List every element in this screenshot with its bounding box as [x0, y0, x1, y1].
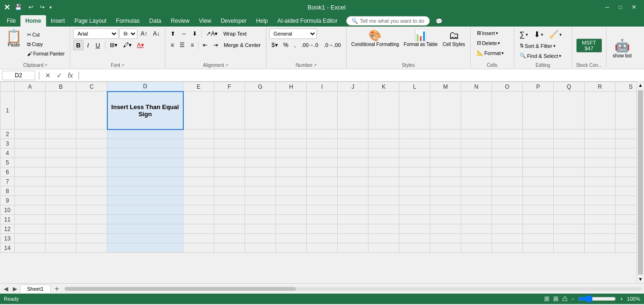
close-button[interactable]: ✕: [628, 3, 640, 11]
cell-E6[interactable]: [183, 167, 214, 177]
cell-F13[interactable]: [214, 234, 245, 243]
cell-A9[interactable]: [15, 196, 46, 205]
cell-G2[interactable]: [245, 129, 276, 139]
cell-P3[interactable]: [523, 139, 554, 148]
cell-D7[interactable]: [107, 177, 183, 186]
cell-E7[interactable]: [183, 177, 214, 186]
cell-P9[interactable]: [523, 196, 554, 205]
cell-L2[interactable]: [399, 129, 430, 139]
cell-E14[interactable]: [183, 243, 214, 253]
tab-insert[interactable]: Insert: [46, 15, 70, 27]
cell-N5[interactable]: [461, 158, 492, 167]
comma-button[interactable]: ,: [292, 40, 298, 50]
col-header-J[interactable]: J: [338, 82, 369, 92]
cell-N11[interactable]: [461, 215, 492, 224]
cell-F8[interactable]: [214, 186, 245, 196]
cell-M13[interactable]: [430, 234, 461, 243]
number-format-select[interactable]: General: [269, 28, 317, 39]
cell-K13[interactable]: [369, 234, 399, 243]
cell-J1[interactable]: [338, 92, 369, 129]
cell-O5[interactable]: [492, 158, 523, 167]
wrap-text-button[interactable]: Wrap Text: [221, 28, 249, 39]
cell-E4[interactable]: [183, 148, 214, 158]
cell-G7[interactable]: [245, 177, 276, 186]
show-bot-button[interactable]: 🤖 show bot: [613, 28, 632, 68]
cell-O4[interactable]: [492, 148, 523, 158]
cell-N9[interactable]: [461, 196, 492, 205]
cell-F11[interactable]: [214, 215, 245, 224]
col-header-H[interactable]: H: [276, 82, 307, 92]
cell-A3[interactable]: [15, 139, 46, 148]
clipboard-expand-icon[interactable]: ↗: [44, 63, 47, 67]
row-num-14[interactable]: 14: [0, 243, 15, 253]
horizontal-scrollbar[interactable]: [65, 286, 642, 292]
cell-K8[interactable]: [369, 186, 399, 196]
cell-R2[interactable]: [585, 129, 616, 139]
row-num-5[interactable]: 5: [0, 158, 15, 167]
cell-Q8[interactable]: [554, 186, 585, 196]
tab-ai-formula[interactable]: AI-aided Formula Editor: [273, 15, 342, 27]
accounting-button[interactable]: $▾: [269, 40, 280, 50]
cell-D8[interactable]: [107, 186, 183, 196]
view-normal-button[interactable]: 囲: [544, 296, 549, 303]
row-num-8[interactable]: 8: [0, 186, 15, 196]
cell-I5[interactable]: [307, 158, 338, 167]
cell-S13[interactable]: [616, 234, 637, 243]
cell-G8[interactable]: [245, 186, 276, 196]
tab-help[interactable]: Help: [251, 15, 273, 27]
cell-A10[interactable]: [15, 205, 46, 215]
tab-review[interactable]: Review: [166, 15, 194, 27]
cell-C9[interactable]: [76, 196, 107, 205]
cell-A13[interactable]: [15, 234, 46, 243]
cell-J9[interactable]: [338, 196, 369, 205]
cell-J3[interactable]: [338, 139, 369, 148]
cell-B13[interactable]: [46, 234, 76, 243]
cell-C6[interactable]: [76, 167, 107, 177]
cell-G11[interactable]: [245, 215, 276, 224]
cell-I12[interactable]: [307, 224, 338, 234]
minimize-button[interactable]: ─: [601, 3, 613, 11]
cell-Q2[interactable]: [554, 129, 585, 139]
font-name-select[interactable]: Arial: [73, 28, 118, 39]
cell-G13[interactable]: [245, 234, 276, 243]
cell-R14[interactable]: [585, 243, 616, 253]
increase-font-button[interactable]: A↑: [138, 28, 150, 39]
alignment-expand-icon[interactable]: ↗: [225, 63, 228, 67]
cell-H5[interactable]: [276, 158, 307, 167]
zoom-out-button[interactable]: −: [571, 296, 574, 302]
cell-K1[interactable]: [369, 92, 399, 129]
cell-M9[interactable]: [430, 196, 461, 205]
cell-G6[interactable]: [245, 167, 276, 177]
cell-P6[interactable]: [523, 167, 554, 177]
cell-S9[interactable]: [616, 196, 637, 205]
cell-R10[interactable]: [585, 205, 616, 215]
vertical-scrollbar[interactable]: ▲ ▼: [636, 82, 644, 283]
cell-S11[interactable]: [616, 215, 637, 224]
align-top-button[interactable]: ⬆: [168, 28, 178, 39]
cell-H7[interactable]: [276, 177, 307, 186]
cell-G1[interactable]: [245, 92, 276, 129]
cell-C3[interactable]: [76, 139, 107, 148]
cell-D2[interactable]: [107, 129, 183, 139]
decrease-decimal-button[interactable]: .00→.0: [299, 40, 321, 50]
cell-D6[interactable]: [107, 167, 183, 177]
align-middle-button[interactable]: ↔: [179, 28, 189, 39]
cell-N3[interactable]: [461, 139, 492, 148]
cell-J8[interactable]: [338, 186, 369, 196]
cell-S14[interactable]: [616, 243, 637, 253]
cell-E13[interactable]: [183, 234, 214, 243]
cell-S5[interactable]: [616, 158, 637, 167]
sheet-nav-prev[interactable]: ◀: [2, 285, 10, 293]
cell-I2[interactable]: [307, 129, 338, 139]
cell-M6[interactable]: [430, 167, 461, 177]
cell-P2[interactable]: [523, 129, 554, 139]
cell-E1[interactable]: [183, 92, 214, 129]
cell-K9[interactable]: [369, 196, 399, 205]
cell-D14[interactable]: [107, 243, 183, 253]
border-button[interactable]: ⊞▾: [107, 40, 120, 50]
cell-E12[interactable]: [183, 224, 214, 234]
cell-A6[interactable]: [15, 167, 46, 177]
cell-Q1[interactable]: [554, 92, 585, 129]
cell-M10[interactable]: [430, 205, 461, 215]
cell-K5[interactable]: [369, 158, 399, 167]
